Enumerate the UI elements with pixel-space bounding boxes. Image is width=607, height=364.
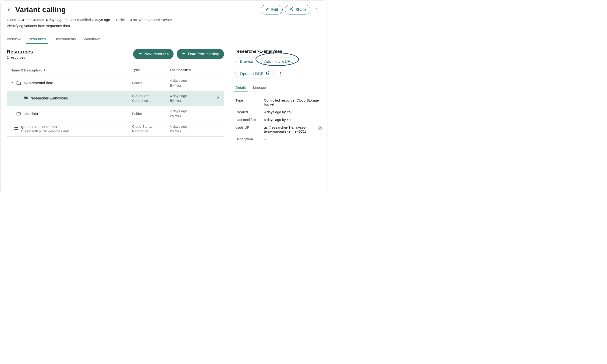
row-modified: 4 days ago bbox=[170, 109, 220, 114]
browse-button[interactable]: Browse bbox=[236, 57, 258, 66]
detail-title: researcher-1-analyses bbox=[236, 49, 322, 54]
edit-button[interactable]: Edit bbox=[261, 5, 282, 14]
tab-resources[interactable]: Resources bbox=[28, 35, 46, 44]
new-resource-button[interactable]: New resource bbox=[133, 49, 173, 59]
folder-icon bbox=[16, 80, 21, 86]
plus-icon bbox=[138, 51, 143, 57]
row-type: Folder bbox=[132, 112, 170, 116]
meta-created-label: Created bbox=[32, 18, 44, 22]
row-by: By You bbox=[170, 98, 216, 103]
kv-created-value: 4 days ago by You bbox=[264, 110, 322, 114]
folder-icon bbox=[16, 111, 21, 116]
resources-count: 2 resources bbox=[7, 55, 33, 59]
svg-point-12 bbox=[280, 73, 281, 74]
open-in-gcp-button[interactable]: Open in GCP bbox=[236, 69, 274, 78]
kv-description-value: -- bbox=[264, 137, 322, 141]
table-row[interactable]: experimental data Folder 4 days ago By Y… bbox=[7, 75, 224, 91]
row-description: Bucket with public genomics data bbox=[21, 129, 70, 133]
new-resource-label: New resource bbox=[144, 52, 169, 56]
svg-point-1 bbox=[317, 9, 317, 10]
detail-more-menu-button[interactable] bbox=[276, 70, 285, 78]
svg-point-9 bbox=[15, 128, 15, 128]
meta-access-value: Owner bbox=[161, 18, 172, 22]
table-row[interactable]: test data Folder 4 days ago By You bbox=[7, 106, 224, 121]
kv-type-value: Controlled resource, Cloud Storage bucke… bbox=[264, 98, 322, 106]
storage-icon bbox=[23, 96, 28, 101]
svg-point-5 bbox=[24, 97, 25, 97]
external-link-icon bbox=[265, 71, 269, 76]
meta-modified-value: 3 days ago bbox=[92, 18, 110, 22]
kv-modified-label: Last modified bbox=[236, 118, 261, 122]
meta-access-label: Access bbox=[148, 18, 160, 22]
table-row[interactable]: researcher-1-analyses Cloud Stor… Contro… bbox=[7, 91, 224, 106]
kv-description-label: Description bbox=[236, 137, 261, 141]
row-by: By You bbox=[170, 114, 220, 118]
column-header-type[interactable]: Type bbox=[132, 68, 170, 72]
detail-tab-lineage[interactable]: Lineage bbox=[253, 84, 266, 92]
kv-type-label: Type bbox=[236, 98, 261, 106]
edit-label: Edit bbox=[271, 7, 278, 12]
pencil-icon bbox=[265, 7, 269, 12]
chevron-right-icon bbox=[216, 95, 220, 101]
meta-policies-label: Policies bbox=[116, 18, 128, 22]
meta-policies-value: 0 active bbox=[130, 18, 142, 22]
more-menu-button[interactable] bbox=[313, 6, 321, 14]
share-label: Share bbox=[295, 7, 306, 12]
kv-gsutil-label: gsutil URI bbox=[236, 125, 261, 133]
table-row[interactable]: genomics-public-data Bucket with public … bbox=[7, 121, 224, 137]
column-header-name[interactable]: Name & Description bbox=[11, 68, 132, 72]
row-type-2: Controlled … bbox=[132, 98, 170, 103]
detail-tab-details[interactable]: Details bbox=[236, 84, 246, 92]
row-by: By You bbox=[170, 83, 220, 88]
data-from-catalog-label: Data from catalog bbox=[188, 52, 219, 56]
kv-gsutil-value: gs://researcher-1-analyses-terra-vpp-agi… bbox=[264, 125, 314, 133]
resources-heading: Resources bbox=[7, 49, 33, 55]
workspace-description: Identifying variants from sequence data bbox=[7, 24, 321, 28]
row-modified: 4 days ago bbox=[170, 78, 220, 83]
row-type-1: Cloud Stor… bbox=[132, 124, 170, 129]
table-header: Name & Description Type Last Modified bbox=[7, 65, 224, 75]
svg-point-2 bbox=[317, 11, 317, 12]
back-arrow-icon[interactable] bbox=[7, 7, 12, 13]
tab-environments[interactable]: Environments bbox=[54, 35, 76, 44]
share-button[interactable]: Share bbox=[285, 5, 310, 14]
row-name: test data bbox=[24, 112, 38, 116]
row-modified: 4 days ago bbox=[170, 124, 220, 129]
meta-modified-label: Last modified bbox=[69, 18, 91, 22]
meta-cloud-label: Cloud bbox=[7, 18, 16, 22]
row-type-1: Cloud Stor… bbox=[132, 94, 170, 98]
meta-cloud-value: GCP bbox=[18, 18, 26, 22]
storage-icon bbox=[14, 126, 19, 131]
row-name: genomics-public-data bbox=[21, 125, 70, 129]
row-name: experimental data bbox=[24, 81, 53, 85]
column-header-modified[interactable]: Last Modified bbox=[170, 68, 220, 72]
tab-overview[interactable]: Overview bbox=[5, 35, 21, 44]
caret-down-icon[interactable] bbox=[11, 112, 14, 116]
tab-workflows[interactable]: Workflows bbox=[84, 35, 100, 44]
meta-created-value: 4 days ago bbox=[46, 18, 64, 22]
row-by: By You bbox=[170, 129, 220, 133]
caret-down-icon[interactable] bbox=[11, 81, 14, 85]
copy-icon[interactable] bbox=[317, 125, 322, 133]
svg-point-0 bbox=[317, 8, 317, 9]
kv-modified-value: 4 days ago by You bbox=[264, 118, 322, 122]
svg-point-13 bbox=[280, 75, 281, 75]
page-title: Variant calling bbox=[15, 5, 66, 14]
row-type-2: Reference… bbox=[132, 129, 170, 133]
svg-point-11 bbox=[280, 72, 281, 73]
meta-row: Cloud GCP • Created 4 days ago • Last mo… bbox=[7, 18, 321, 22]
add-file-via-url-button[interactable]: Add file via URL bbox=[260, 57, 297, 66]
sort-down-icon bbox=[43, 68, 46, 72]
svg-point-6 bbox=[24, 98, 25, 99]
row-type: Folder bbox=[132, 81, 170, 85]
share-icon bbox=[289, 7, 294, 12]
kv-created-label: Created bbox=[236, 110, 261, 114]
plus-icon bbox=[182, 51, 186, 57]
svg-point-10 bbox=[15, 129, 15, 129]
data-from-catalog-button[interactable]: Data from catalog bbox=[177, 49, 224, 59]
row-name: researcher-1-analyses bbox=[31, 96, 68, 100]
row-modified: 4 days ago bbox=[170, 94, 216, 98]
